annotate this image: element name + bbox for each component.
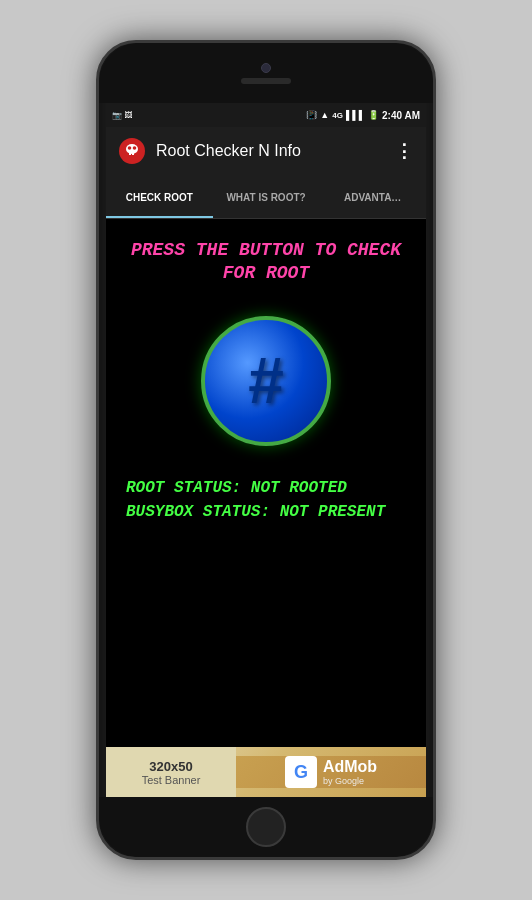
ad-size-label: 320x50 [149, 759, 192, 774]
hash-icon: # [248, 349, 284, 413]
wifi-icon: ▲ [320, 110, 329, 120]
speaker [241, 78, 291, 84]
check-root-button[interactable]: # [201, 316, 331, 446]
screen: 📷 🖼 📳 ▲ 4G ▌▌▌ 🔋 2:40 AM [106, 103, 426, 797]
admob-text-group: AdMob by Google [323, 758, 377, 786]
app-bar: Root Checker N Info ⋮ [106, 127, 426, 175]
tabs-container: CHECK ROOT WHAT IS ROOT? ADVANTA… [106, 175, 426, 219]
vibrate-icon: 📳 [306, 110, 317, 120]
status-left-icons: 📷 🖼 [112, 111, 132, 120]
lte-icon: 4G [332, 111, 343, 120]
phone-bottom-bezel [99, 797, 433, 857]
ad-left-section: 320x50 Test Banner [106, 747, 236, 797]
admob-brand: AdMob [323, 758, 377, 776]
phone-wrapper: 📷 🖼 📳 ▲ 4G ▌▌▌ 🔋 2:40 AM [0, 0, 532, 900]
tab-what-is-root[interactable]: WHAT IS ROOT? [213, 178, 320, 218]
root-status-line: ROOT STATUS: NOT ROOTED [126, 476, 385, 500]
ad-right-section: G AdMob by Google [236, 756, 426, 788]
status-right-icons: 📳 ▲ 4G ▌▌▌ 🔋 2:40 AM [306, 110, 420, 121]
app-bar-title: Root Checker N Info [156, 142, 395, 160]
admob-logo: G AdMob by Google [285, 756, 377, 788]
phone-top-bezel [99, 43, 433, 103]
admob-g-icon: G [285, 756, 317, 788]
prompt-text: PRESS THE BUTTON TO CHECK FOR ROOT [116, 239, 416, 286]
tab-check-root[interactable]: CHECK ROOT [106, 178, 213, 218]
busybox-status-line: BUSYBOX STATUS: NOT PRESENT [126, 500, 385, 524]
image-icon: 🖼 [124, 111, 132, 120]
battery-icon: 🔋 [368, 110, 379, 120]
admob-sub: by Google [323, 776, 377, 786]
svg-point-2 [128, 146, 132, 150]
signal-icon: ▌▌▌ [346, 110, 365, 120]
phone: 📷 🖼 📳 ▲ 4G ▌▌▌ 🔋 2:40 AM [96, 40, 436, 860]
home-button[interactable] [246, 807, 286, 847]
ad-banner[interactable]: 320x50 Test Banner G AdMob by Google [106, 747, 426, 797]
screenshot-icon: 📷 [112, 111, 122, 120]
svg-point-3 [133, 146, 137, 150]
status-bar: 📷 🖼 📳 ▲ 4G ▌▌▌ 🔋 2:40 AM [106, 103, 426, 127]
app-menu-button[interactable]: ⋮ [395, 140, 414, 162]
svg-rect-6 [129, 152, 135, 154]
camera [261, 63, 271, 73]
ad-type-label: Test Banner [142, 774, 201, 786]
tab-advantages[interactable]: ADVANTA… [319, 178, 426, 218]
main-content: PRESS THE BUTTON TO CHECK FOR ROOT # ROO… [106, 219, 426, 747]
status-time: 2:40 AM [382, 110, 420, 121]
app-icon [118, 137, 146, 165]
status-display: ROOT STATUS: NOT ROOTED BUSYBOX STATUS: … [126, 476, 385, 524]
